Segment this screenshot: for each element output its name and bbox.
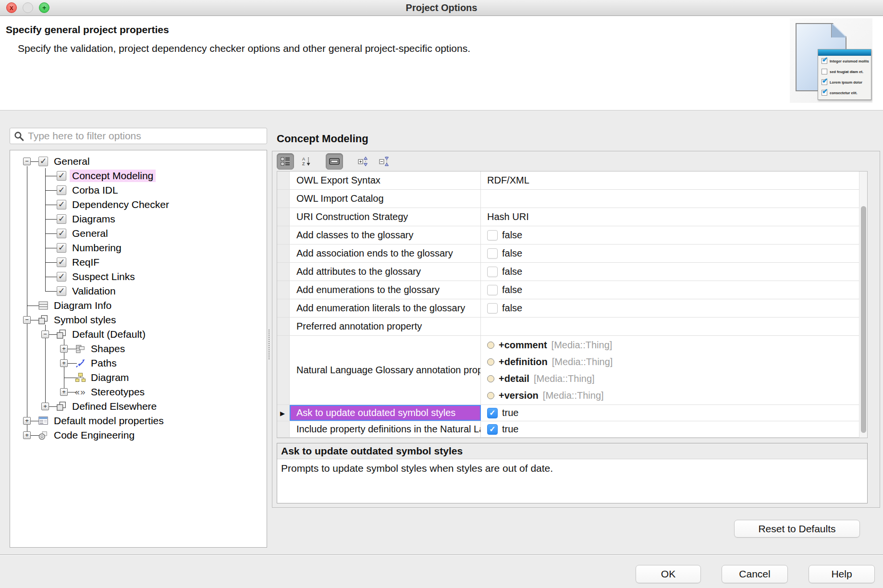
tree-item-code-engineering[interactable]: +DCode Engineering — [10, 428, 267, 442]
tree-collapse-toggle[interactable]: − — [41, 331, 49, 338]
property-row-include-property-definitions-in-the-natural-langua[interactable]: Include property definitions in the Natu… — [277, 421, 867, 438]
property-row-owl-import-catalog[interactable]: OWL Import Catalog — [277, 190, 867, 208]
tree-checkbox[interactable]: ✓ — [57, 272, 66, 282]
tree-checkbox[interactable]: ✓ — [57, 257, 66, 267]
checkbox-unchecked[interactable] — [487, 230, 498, 241]
annotation-property-item[interactable]: +definition[Media::Thing] — [487, 354, 613, 370]
expand-all-button[interactable] — [355, 153, 372, 170]
property-value[interactable]: false — [481, 245, 867, 262]
tree-expand-toggle[interactable]: + — [60, 359, 68, 367]
checkbox-unchecked[interactable] — [487, 285, 498, 295]
tree-item-dependency-checker[interactable]: ✓Dependency Checker — [10, 197, 267, 212]
tree-checkbox[interactable]: ✓ — [57, 286, 66, 296]
tree-item-numbering[interactable]: ✓Numbering — [10, 241, 267, 255]
property-value[interactable]: false — [481, 226, 867, 244]
tree-item-stereotypes[interactable]: +«»Stereotypes — [10, 385, 267, 399]
property-row-add-attributes-to-the-glossary[interactable]: Add attributes to the glossaryfalse — [277, 263, 867, 281]
sort-alphabetically-button[interactable]: A Z — [298, 153, 315, 170]
categorized-view-button[interactable] — [277, 153, 294, 170]
reset-to-defaults-button[interactable]: Reset to Defaults — [734, 520, 860, 538]
tree-item-diagram[interactable]: Diagram — [10, 370, 267, 385]
property-row-preferred-annotation-property[interactable]: Preferred annotation property — [277, 318, 867, 336]
tree-checkbox[interactable]: ✓ — [57, 185, 66, 195]
tree-item-shapes[interactable]: +Shapes — [10, 342, 267, 356]
property-row-owl-export-syntax[interactable]: OWL Export SyntaxRDF/XML — [277, 172, 867, 190]
property-name[interactable]: Preferred annotation property — [290, 318, 481, 335]
tree-collapse-toggle[interactable]: − — [23, 316, 31, 324]
property-name[interactable]: Add classes to the glossary — [290, 226, 481, 244]
show-description-button[interactable] — [326, 153, 343, 170]
cancel-button[interactable]: Cancel — [722, 565, 788, 583]
property-name[interactable]: OWL Import Catalog — [290, 190, 481, 208]
property-value[interactable]: +comment[Media::Thing]+definition[Media:… — [481, 336, 867, 404]
tree-item-diagram-info[interactable]: Diagram Info — [10, 298, 267, 313]
tree-item-general[interactable]: −✓General — [10, 154, 267, 169]
property-name[interactable]: Include property definitions in the Natu… — [290, 421, 481, 437]
property-row-add-enumerations-to-the-glossary[interactable]: Add enumerations to the glossaryfalse — [277, 281, 867, 299]
property-name[interactable]: Add attributes to the glossary — [290, 263, 481, 281]
tree-checkbox[interactable]: ✓ — [57, 214, 66, 224]
tree-checkbox[interactable]: ✓ — [38, 157, 48, 166]
tree-item-corba-idl[interactable]: ✓Corba IDL — [10, 183, 267, 197]
tree-item-defined-elsewhere[interactable]: +Defined Elsewhere — [10, 399, 267, 414]
ok-button[interactable]: OK — [636, 565, 701, 583]
property-name[interactable]: OWL Export Syntax — [290, 172, 481, 189]
property-value[interactable]: ✓true — [481, 405, 867, 421]
property-value[interactable]: Hash URI — [481, 208, 867, 226]
property-value[interactable]: ✓true — [481, 421, 867, 437]
tree-checkbox[interactable]: ✓ — [57, 243, 66, 253]
checkbox-checked[interactable]: ✓ — [487, 424, 498, 435]
tree-item-default-model-properties[interactable]: +Default model properties — [10, 414, 267, 428]
collapse-all-button[interactable] — [376, 153, 393, 170]
panel-splitter-handle[interactable] — [269, 330, 270, 359]
property-row-add-enumeration-literals-to-the-glossary[interactable]: Add enumeration literals to the glossary… — [277, 299, 867, 318]
tree-expand-toggle[interactable]: + — [23, 417, 31, 425]
svg-text:A: A — [302, 157, 305, 161]
property-value[interactable]: false — [481, 299, 867, 317]
property-value[interactable]: false — [481, 281, 867, 299]
annotation-property-item[interactable]: +comment[Media::Thing] — [487, 337, 612, 354]
scrollbar-thumb[interactable] — [861, 206, 866, 433]
property-row-add-classes-to-the-glossary[interactable]: Add classes to the glossaryfalse — [277, 226, 867, 245]
tree-item-suspect-links[interactable]: ✓Suspect Links — [10, 270, 267, 284]
property-row-add-association-ends-to-the-glossary[interactable]: Add association ends to the glossaryfals… — [277, 245, 867, 263]
tree-collapse-toggle[interactable]: − — [23, 158, 31, 165]
property-value[interactable] — [481, 318, 867, 335]
property-value[interactable] — [481, 190, 867, 208]
annotation-property-item[interactable]: +detail[Media::Thing] — [487, 370, 595, 387]
property-name[interactable]: Add association ends to the glossary — [290, 245, 481, 262]
tree-expand-toggle[interactable]: + — [60, 388, 68, 396]
tree-checkbox[interactable]: ✓ — [57, 229, 66, 238]
checkbox-unchecked[interactable] — [487, 248, 498, 259]
tree-expand-toggle[interactable]: + — [23, 431, 31, 439]
property-name[interactable]: Add enumerations to the glossary — [290, 281, 481, 299]
checkbox-checked[interactable]: ✓ — [487, 408, 498, 418]
property-row-ask-to-update-outdated-symbol-styles[interactable]: ▶Ask to update outdated symbol styles✓tr… — [277, 405, 867, 421]
help-button[interactable]: Help — [809, 565, 875, 583]
tree-item-default-default[interactable]: −Default (Default) — [10, 327, 267, 342]
tree-item-reqif[interactable]: ✓ReqIF — [10, 255, 267, 270]
property-name[interactable]: URI Construction Strategy — [290, 208, 481, 226]
property-name[interactable]: Natural Language Glossary annotation pro… — [290, 336, 481, 404]
property-value[interactable]: false — [481, 263, 867, 281]
property-value[interactable]: RDF/XML — [481, 172, 867, 189]
tree-checkbox[interactable]: ✓ — [57, 200, 66, 209]
tree-checkbox[interactable]: ✓ — [57, 171, 66, 181]
property-name[interactable]: Add enumeration literals to the glossary — [290, 299, 481, 317]
filter-options-input[interactable] — [28, 130, 267, 142]
tree-item-symbol-styles[interactable]: −Symbol styles — [10, 313, 267, 327]
tree-item-general[interactable]: ✓General — [10, 226, 267, 241]
property-row-natural-language-glossary-annotation-property-list[interactable]: Natural Language Glossary annotation pro… — [277, 336, 867, 405]
property-row-uri-construction-strategy[interactable]: URI Construction StrategyHash URI — [277, 208, 867, 226]
annotation-property-item[interactable]: +version[Media::Thing] — [487, 387, 604, 404]
tree-item-paths[interactable]: +Paths — [10, 356, 267, 370]
tree-item-diagrams[interactable]: ✓Diagrams — [10, 212, 267, 226]
tree-expand-toggle[interactable]: + — [41, 403, 49, 410]
tree-item-concept-modeling[interactable]: ✓Concept Modeling — [10, 169, 267, 183]
checkbox-unchecked[interactable] — [487, 267, 498, 277]
tree-item-validation[interactable]: ✓Validation — [10, 284, 267, 298]
tree-expand-toggle[interactable]: + — [60, 345, 68, 353]
vertical-scrollbar[interactable] — [859, 172, 867, 438]
checkbox-unchecked[interactable] — [487, 303, 498, 314]
property-name[interactable]: Ask to update outdated symbol styles — [290, 405, 481, 421]
